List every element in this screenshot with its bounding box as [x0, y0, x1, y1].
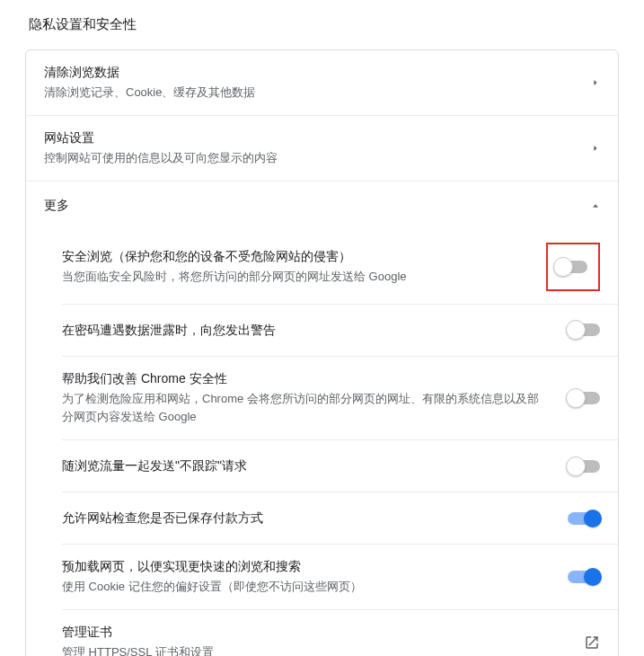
item-help-improve-security: 帮助我们改善 Chrome 安全性 为了检测危险应用和网站，Chrome 会将您… — [62, 357, 618, 441]
text-block: 随浏览流量一起发送"不跟踪"请求 — [62, 457, 568, 475]
external-link-icon — [584, 634, 600, 651]
item-desc: 当您面临安全风险时，将您所访问的部分网页的网址发送给 Google — [62, 268, 521, 287]
row-desc: 清除浏览记录、Cookie、缓存及其他数据 — [44, 84, 573, 102]
text-block: 帮助我们改善 Chrome 安全性 为了检测危险应用和网站，Chrome 会将您… — [62, 369, 568, 428]
row-desc: 控制网站可使用的信息以及可向您显示的内容 — [44, 149, 573, 168]
more-items-list: 安全浏览（保护您和您的设备不受危险网站的侵害） 当您面临安全风险时，将您所访问的… — [26, 230, 618, 656]
toggle-preload[interactable] — [568, 571, 600, 583]
toggle-do-not-track[interactable] — [568, 460, 600, 473]
text-block: 网站设置 控制网站可使用的信息以及可向您显示的内容 — [44, 129, 591, 168]
text-block: 预加载网页，以便实现更快速的浏览和搜索 使用 Cookie 记住您的偏好设置（即… — [62, 557, 568, 597]
item-password-leak-warning: 在密码遭遇数据泄露时，向您发出警告 — [62, 305, 618, 357]
text-block: 安全浏览（保护您和您的设备不受危险网站的侵害） 当您面临安全风险时，将您所访问的… — [62, 247, 539, 287]
text-block: 清除浏览数据 清除浏览记录、Cookie、缓存及其他数据 — [44, 63, 591, 102]
more-expand-toggle[interactable]: 更多 — [26, 182, 618, 230]
item-desc: 为了检测危险应用和网站，Chrome 会将您所访问的部分网页的网址、有限的系统信… — [62, 390, 550, 428]
item-do-not-track: 随浏览流量一起发送"不跟踪"请求 — [62, 440, 618, 492]
highlight-box — [546, 243, 600, 291]
item-title: 帮助我们改善 Chrome 安全性 — [62, 369, 550, 388]
text-block: 允许网站检查您是否已保存付款方式 — [62, 509, 568, 527]
item-title: 允许网站检查您是否已保存付款方式 — [62, 509, 550, 527]
item-desc: 使用 Cookie 记住您的偏好设置（即使您不访问这些网页） — [62, 578, 550, 597]
item-desc: 管理 HTTPS/SSL 证书和设置 — [62, 643, 566, 656]
settings-card: 清除浏览数据 清除浏览记录、Cookie、缓存及其他数据 网站设置 控制网站可使… — [25, 49, 619, 656]
item-title: 安全浏览（保护您和您的设备不受危险网站的侵害） — [62, 247, 521, 266]
row-title: 网站设置 — [44, 129, 573, 147]
row-clear-browsing-data[interactable]: 清除浏览数据 清除浏览记录、Cookie、缓存及其他数据 — [26, 50, 618, 116]
text-block: 管理证书 管理 HTTPS/SSL 证书和设置 — [62, 623, 584, 656]
item-preload-pages: 预加载网页，以便实现更快速的浏览和搜索 使用 Cookie 记住您的偏好设置（即… — [62, 545, 618, 610]
toggle-safe-browsing[interactable] — [555, 261, 587, 273]
chevron-up-icon — [591, 201, 600, 210]
more-label: 更多 — [44, 198, 69, 214]
item-title: 预加载网页，以便实现更快速的浏览和搜索 — [62, 557, 550, 576]
chevron-right-icon — [591, 144, 600, 153]
toggle-payment-check[interactable] — [568, 512, 600, 525]
item-title: 管理证书 — [62, 623, 566, 642]
item-title: 随浏览流量一起发送"不跟踪"请求 — [62, 457, 550, 475]
row-title: 清除浏览数据 — [44, 63, 573, 82]
item-manage-certs[interactable]: 管理证书 管理 HTTPS/SSL 证书和设置 — [62, 610, 618, 656]
page-title: 隐私设置和安全性 — [25, 16, 619, 33]
item-title: 在密码遭遇数据泄露时，向您发出警告 — [62, 321, 550, 340]
toggle-password-leak[interactable] — [568, 324, 600, 336]
row-site-settings[interactable]: 网站设置 控制网站可使用的信息以及可向您显示的内容 — [26, 116, 618, 182]
text-block: 在密码遭遇数据泄露时，向您发出警告 — [62, 321, 568, 340]
toggle-help-improve[interactable] — [568, 392, 600, 404]
item-payment-check: 允许网站检查您是否已保存付款方式 — [62, 492, 618, 545]
chevron-right-icon — [591, 78, 600, 87]
more-section: 更多 安全浏览（保护您和您的设备不受危险网站的侵害） 当您面临安全风险时，将您所… — [26, 182, 618, 656]
item-safe-browsing: 安全浏览（保护您和您的设备不受危险网站的侵害） 当您面临安全风险时，将您所访问的… — [62, 230, 618, 305]
